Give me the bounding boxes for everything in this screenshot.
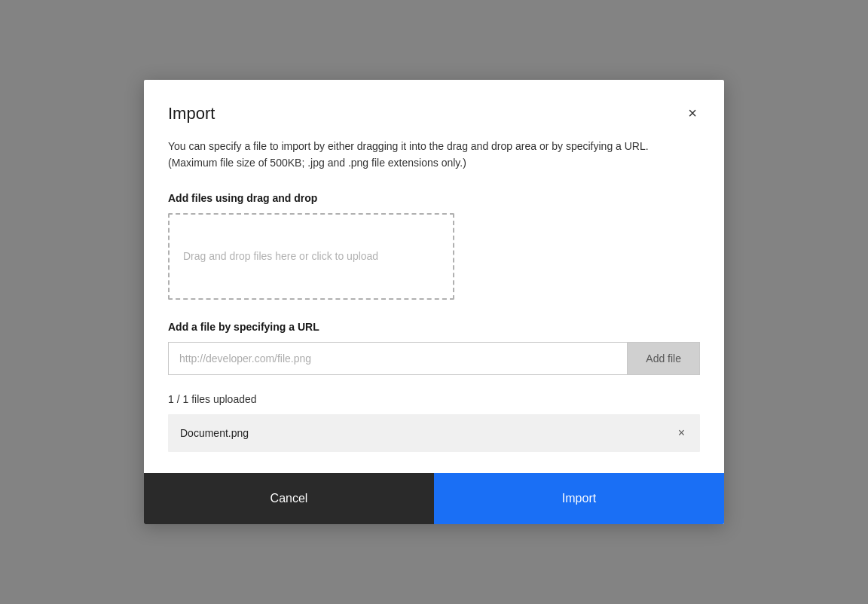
import-modal: Import × You can specify a file to impor… bbox=[144, 80, 724, 524]
modal-header: Import × bbox=[168, 104, 700, 124]
url-section-label: Add a file by specifying a URL bbox=[168, 321, 700, 333]
url-input[interactable] bbox=[168, 342, 627, 375]
modal-title: Import bbox=[168, 104, 215, 124]
modal-body: Import × You can specify a file to impor… bbox=[144, 80, 724, 473]
import-button[interactable]: Import bbox=[434, 473, 724, 524]
drop-zone-placeholder: Drag and drop files here or click to upl… bbox=[183, 249, 378, 264]
drag-drop-section-label: Add files using drag and drop bbox=[168, 192, 700, 204]
file-remove-button[interactable]: × bbox=[675, 426, 688, 441]
file-item: Document.png × bbox=[168, 414, 700, 452]
modal-footer: Cancel Import bbox=[144, 473, 724, 524]
file-name: Document.png bbox=[180, 427, 249, 439]
close-button[interactable]: × bbox=[685, 104, 700, 122]
files-count: 1 / 1 files uploaded bbox=[168, 393, 700, 405]
modal-description: You can specify a file to import by eith… bbox=[168, 139, 700, 171]
add-file-button[interactable]: Add file bbox=[627, 342, 700, 375]
url-row: Add file bbox=[168, 342, 700, 375]
drag-drop-zone[interactable]: Drag and drop files here or click to upl… bbox=[168, 213, 454, 300]
cancel-button[interactable]: Cancel bbox=[144, 473, 434, 524]
overlay: Import × You can specify a file to impor… bbox=[0, 0, 868, 604]
